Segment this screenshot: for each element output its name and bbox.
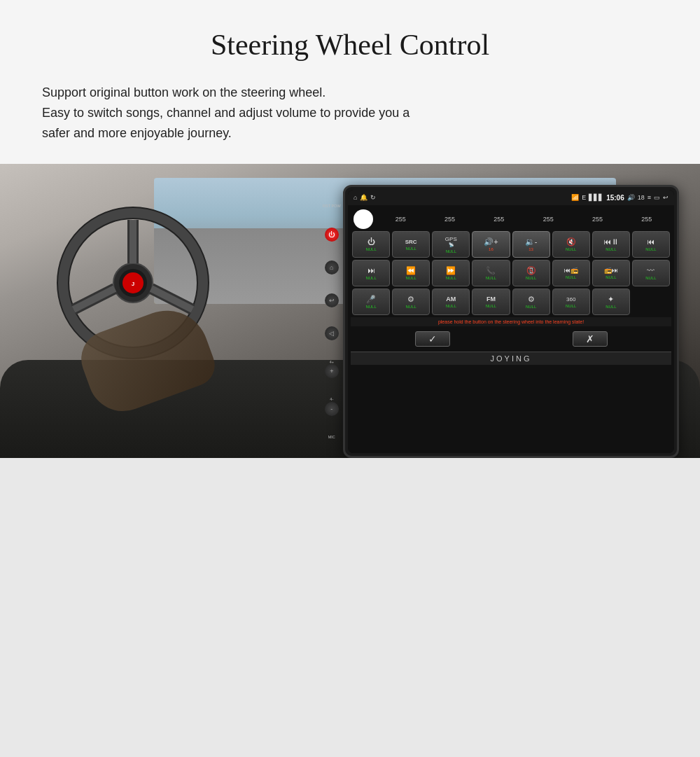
btn-fm[interactable]: FM NULL: [472, 289, 510, 315]
bottom-message-text: please hold the button on the steering w…: [438, 319, 584, 324]
num-6: 255: [629, 216, 664, 223]
hangup-label: NULL: [526, 276, 536, 280]
back-icon: ↩: [329, 297, 335, 304]
description: Support original button work on the stee…: [42, 83, 532, 143]
power-button[interactable]: ⏻: [325, 228, 339, 242]
btn-src[interactable]: SRC NULL: [392, 231, 430, 258]
power-btn-item[interactable]: ⏻: [325, 228, 339, 242]
btn-power[interactable]: ⏻ NULL: [352, 231, 390, 258]
am-label: NULL: [446, 304, 456, 308]
nav-icon: ◁: [329, 330, 334, 337]
status-left: ⌂ 🔔 ↻: [354, 194, 376, 201]
desc-line1: Support original button work on the stee…: [42, 85, 326, 99]
screen-content: 255 255 255 255 255 255 ⏻ NUL: [348, 205, 674, 453]
vol-dn-button[interactable]: -: [325, 402, 339, 416]
volume-value: 18: [638, 194, 645, 201]
gps-btn-icon: GPS📡: [445, 237, 457, 248]
hangup-icon: 📵: [526, 267, 536, 275]
ffw-label: NULL: [446, 276, 456, 280]
btn-hangup[interactable]: 📵 NULL: [512, 260, 550, 286]
home-btn-item[interactable]: ⌂: [325, 261, 339, 275]
page-title: Steering Wheel Control: [42, 28, 658, 62]
btn-mic[interactable]: 🎤 NULL: [352, 289, 390, 315]
eq-label: NULL: [645, 276, 656, 280]
btn-360[interactable]: 360 NULL: [552, 289, 590, 315]
wifi-icon: 📶: [571, 194, 579, 201]
home-status-icon: ⌂: [354, 194, 357, 201]
call-label: NULL: [486, 276, 496, 280]
bt-label: NULL: [606, 305, 616, 309]
eq-icon: 〰: [647, 267, 654, 275]
am-icon: AM: [446, 296, 456, 303]
num-3: 255: [482, 216, 517, 223]
nav-button[interactable]: ◁: [325, 326, 339, 340]
desc-line2: Easy to switch songs, channel and adjust…: [42, 106, 410, 120]
nav-btn-item[interactable]: ◁: [325, 326, 339, 340]
windows-icon: ▭: [654, 194, 660, 201]
button-row-1: ⏻ NULL SRC NULL GPS📡 NULL: [351, 231, 671, 258]
src-btn-icon: SRC: [405, 239, 417, 245]
action-row: ✓ ✗: [351, 328, 671, 349]
btn-display[interactable]: ⚙ NULL: [512, 289, 550, 315]
btn-skipfwd[interactable]: ⏭ NULL: [352, 260, 390, 286]
rst-pow-text: RST POW: [323, 204, 341, 209]
next-ch-icon: 📻⏭: [604, 268, 618, 274]
numbers-row: 255 255 255 255 255 255: [376, 216, 671, 223]
back-btn-item[interactable]: ↩: [325, 293, 339, 307]
vol-dn-item[interactable]: 4- -: [325, 397, 339, 416]
mic-icon: 🎤: [366, 296, 376, 303]
bottom-message: please hold the button on the steering w…: [351, 317, 671, 326]
360-label: NULL: [566, 304, 576, 308]
btn-bt[interactable]: ✦ NULL: [592, 289, 630, 315]
button-row-3: 🎤 NULL ⚙ NULL AM NULL FM: [351, 289, 671, 315]
btn-vol-dn[interactable]: 🔉- 13: [512, 231, 550, 258]
btn-call[interactable]: 📞 NULL: [472, 260, 510, 286]
top-row: 255 255 255 255 255 255: [351, 209, 671, 229]
home-button[interactable]: ⌂: [325, 261, 339, 275]
btn-prev-ch[interactable]: ⏮📻 NULL: [552, 260, 590, 286]
btn-gps[interactable]: GPS📡 NULL: [432, 231, 470, 258]
home-icon: ⌂: [330, 264, 333, 271]
cancel-button[interactable]: ✗: [573, 331, 608, 347]
back-button[interactable]: ↩: [325, 293, 339, 307]
btn-mute[interactable]: 🔇 NULL: [552, 231, 590, 258]
vol-up-item[interactable]: 4+ +: [325, 360, 339, 379]
btn-vol-up[interactable]: 🔊+ 16: [472, 231, 510, 258]
back-nav-icon: ↩: [663, 194, 668, 201]
num-4: 255: [531, 216, 566, 223]
skipback-btn-icon: ⏮: [647, 238, 654, 246]
playpause-btn-icon: ⏮⏸: [603, 238, 619, 246]
vol-up-btn-icon: 🔊+: [484, 238, 498, 246]
btn-am[interactable]: AM NULL: [432, 289, 470, 315]
btn-eq[interactable]: 〰 NULL: [632, 260, 670, 286]
volume-icon: 🔊: [627, 194, 635, 201]
fm-label: NULL: [486, 304, 496, 308]
confirm-button[interactable]: ✓: [415, 331, 450, 347]
vol-up-button[interactable]: +: [325, 364, 339, 378]
playpause-btn-label: NULL: [606, 247, 616, 251]
btn-ffw[interactable]: ⏩ NULL: [432, 260, 470, 286]
next-ch-label: NULL: [606, 275, 616, 279]
confirm-icon: ✓: [428, 333, 437, 345]
svg-line-7: [74, 289, 115, 310]
power-icon: ⏻: [328, 231, 335, 238]
mic-label-item: MIC: [328, 435, 335, 440]
vol-dn-label: 4-: [330, 397, 333, 402]
notif-icon: 🔔: [360, 194, 368, 201]
btn-rew[interactable]: ⏪ NULL: [392, 260, 430, 286]
bars-icon: ▋▋▋: [589, 194, 603, 201]
vol-dn-btn-label: 13: [528, 247, 533, 251]
desc-line3: safer and more enjoyable journey.: [42, 126, 232, 140]
rew-icon: ⏪: [406, 267, 416, 275]
vol-up-label: 4+: [330, 360, 334, 365]
sync-icon: ↻: [370, 194, 376, 201]
num-1: 255: [383, 216, 418, 223]
btn-skipback[interactable]: ⏮ NULL: [632, 231, 670, 258]
display-label: NULL: [526, 305, 536, 309]
btn-next-ch[interactable]: 📻⏭ NULL: [592, 260, 630, 286]
bt-icon: ✦: [608, 296, 614, 303]
btn-playpause[interactable]: ⏮⏸ NULL: [592, 231, 630, 258]
btn-settings[interactable]: ⚙ NULL: [392, 289, 430, 315]
skipfwd-icon: ⏭: [368, 267, 375, 275]
vol-dn-btn-icon: 🔉-: [525, 238, 538, 246]
